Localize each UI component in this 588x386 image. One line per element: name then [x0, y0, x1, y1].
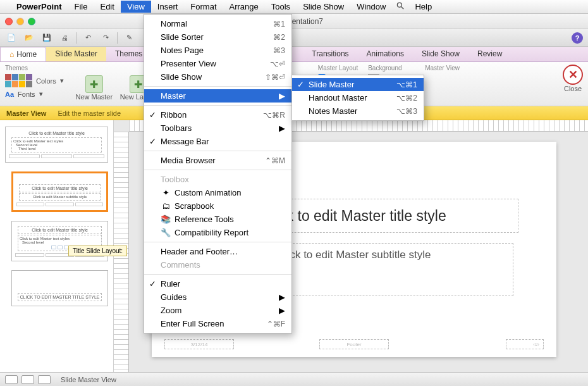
status-bar: Slide Master View	[0, 372, 588, 386]
menu-tools[interactable]: Tools	[265, 1, 297, 13]
format-button[interactable]: ✎	[123, 32, 135, 44]
minimize-window-icon[interactable]	[16, 18, 24, 25]
group-master-layout-label: Master Layout	[318, 65, 358, 72]
fonts-button[interactable]: Fonts	[18, 90, 35, 98]
thumbnail-tooltip: Title Slide Layout:	[68, 246, 127, 256]
menu-header-toolbox: Toolbox	[144, 173, 291, 186]
menu-item-message-bar[interactable]: ✓Message Bar	[144, 135, 291, 148]
zoom-window-icon[interactable]	[28, 18, 35, 25]
thumb-title: Click to edit Master title style	[9, 131, 104, 135]
star-icon: ✦	[161, 188, 171, 197]
submenu-item-slide-master[interactable]: ✓Slide Master⌥⌘1	[292, 78, 424, 91]
colors-button[interactable]: Colors	[36, 77, 56, 85]
menu-item-slide-show[interactable]: Slide Show⇧⌘⏎	[144, 70, 291, 84]
menu-spotlight[interactable]	[392, 0, 408, 13]
menu-item-compatibility-report[interactable]: 🔧Compatibility Report	[144, 226, 291, 239]
thumb-title: Click to edit Master title style	[19, 184, 101, 192]
menu-item-ruler[interactable]: ✓Ruler	[144, 277, 291, 290]
status-text: Slide Master View	[61, 376, 116, 383]
quick-access-toolbar: 📄 📂 💾 🖨 ↶ ↷ ✎ ?	[0, 29, 588, 47]
tab-animations[interactable]: Animations	[358, 47, 413, 61]
menu-item-ribbon[interactable]: ✓Ribbon⌥⌘R	[144, 108, 291, 121]
menu-help[interactable]: Help	[408, 1, 438, 13]
svg-point-0	[398, 3, 402, 7]
menu-item-media-browser[interactable]: Media Browser⌃⌘M	[144, 154, 291, 167]
open-button[interactable]: 📂	[23, 32, 35, 44]
menu-item-guides[interactable]: Guides▶	[144, 290, 291, 304]
new-master-icon: ✚	[85, 75, 103, 93]
close-master-view-button[interactable]: ✕ Close	[563, 65, 583, 92]
menu-item-presenter-view[interactable]: Presenter View⌥⏎	[144, 57, 291, 70]
tab-home[interactable]: ⌂Home	[0, 47, 46, 61]
menu-item-normal[interactable]: Normal⌘1	[144, 17, 291, 30]
date-placeholder[interactable]: 3/12/14	[164, 339, 234, 349]
group-themes-label: Themes	[5, 65, 28, 72]
svg-line-1	[401, 7, 404, 9]
menu-item-master[interactable]: Master▶	[144, 89, 291, 103]
submenu-arrow-icon: ▶	[279, 123, 285, 133]
menu-item-reference-tools[interactable]: 📚Reference Tools	[144, 213, 291, 226]
close-window-icon[interactable]	[5, 18, 13, 25]
menu-item-toolbars[interactable]: Toolbars▶	[144, 121, 291, 135]
ribbon-tabs: ⌂Home Slide Master Themes Transitions An…	[0, 47, 588, 62]
save-button[interactable]: 💾	[40, 32, 53, 44]
menu-item-slide-sorter[interactable]: Slide Sorter⌘2	[144, 30, 291, 44]
master-view-banner-title: Master View	[6, 109, 46, 117]
app-menu[interactable]: PowerPoint	[10, 1, 68, 13]
submenu-item-handout-master[interactable]: Handout Master⌥⌘2	[292, 91, 424, 104]
menu-file[interactable]: File	[68, 1, 94, 13]
books-icon: 📚	[161, 215, 171, 224]
thumb-title: Click to edit Master title style	[18, 226, 102, 234]
theme-colors-icon	[5, 74, 32, 87]
close-label: Close	[564, 85, 582, 92]
tab-slide-master[interactable]: Slide Master	[46, 47, 106, 61]
help-button[interactable]: ?	[572, 32, 583, 44]
menu-slideshow[interactable]: Slide Show	[297, 1, 350, 13]
menu-item-custom-animation[interactable]: ✦Custom Animation	[144, 186, 291, 199]
group-master-view-label: Master View	[425, 65, 460, 72]
menu-insert[interactable]: Insert	[151, 1, 185, 13]
undo-button[interactable]: ↶	[82, 32, 94, 44]
submenu-arrow-icon: ▶	[279, 306, 285, 315]
menu-item-comments: Comments	[144, 258, 291, 271]
dropdown-icon[interactable]: ▾	[39, 90, 43, 98]
menu-item-scrapbook[interactable]: 🗂Scrapbook	[144, 199, 291, 213]
group-background-label: Background	[368, 65, 401, 72]
view-normal-button[interactable]	[5, 375, 18, 384]
slidenumber-placeholder[interactable]: ‹#›	[506, 339, 544, 349]
wrench-icon: 🔧	[161, 228, 171, 237]
view-slideshow-button[interactable]	[38, 375, 51, 384]
thumb-text: Third level	[13, 147, 100, 151]
footer-placeholder[interactable]: Footer	[319, 339, 389, 349]
menu-view[interactable]: View	[121, 1, 151, 13]
tab-review[interactable]: Review	[469, 47, 511, 61]
new-doc-button[interactable]: 📄	[5, 32, 18, 44]
menu-edit[interactable]: Edit	[94, 1, 120, 13]
home-icon: ⌂	[9, 50, 14, 59]
menu-item-enter-full-screen[interactable]: Enter Full Screen⌃⌘F	[144, 317, 291, 330]
menu-item-zoom[interactable]: Zoom▶	[144, 304, 291, 317]
tab-transitions[interactable]: Transitions	[303, 47, 357, 61]
thumbnail-master[interactable]: Click to edit Master title style Click t…	[5, 127, 108, 163]
traffic-lights[interactable]	[5, 18, 35, 25]
dropdown-icon[interactable]: ▾	[60, 77, 64, 85]
tab-slideshow[interactable]: Slide Show	[413, 47, 469, 61]
thumbnail-title-layout[interactable]: Click to edit Master title style Click t…	[11, 171, 108, 212]
menu-window[interactable]: Window	[350, 1, 392, 13]
check-icon: ✓	[149, 137, 156, 146]
tab-home-label: Home	[16, 50, 37, 59]
menu-format[interactable]: Format	[184, 1, 223, 13]
submenu-item-notes-master[interactable]: Notes Master⌥⌘3	[292, 104, 424, 118]
redo-button[interactable]: ↷	[99, 32, 112, 44]
menu-item-notes-page[interactable]: Notes Page⌘3	[144, 44, 291, 57]
thumbnail-layout[interactable]: CLICK TO EDIT MASTER TITLE STYLE	[11, 270, 108, 306]
print-button[interactable]: 🖨	[58, 32, 71, 44]
view-menu[interactable]: Normal⌘1 Slide Sorter⌘2 Notes Page⌘3 Pre…	[144, 14, 292, 333]
fonts-icon: Aa	[5, 90, 14, 98]
menu-arrange[interactable]: Arrange	[223, 1, 265, 13]
check-icon: ✓	[297, 80, 304, 89]
new-master-button[interactable]: ✚New Master	[74, 74, 114, 101]
view-sorter-button[interactable]	[21, 375, 34, 384]
master-submenu[interactable]: ✓Slide Master⌥⌘1 Handout Master⌥⌘2 Notes…	[291, 75, 424, 121]
menu-item-header-footer[interactable]: Header and Footer…	[144, 245, 291, 258]
